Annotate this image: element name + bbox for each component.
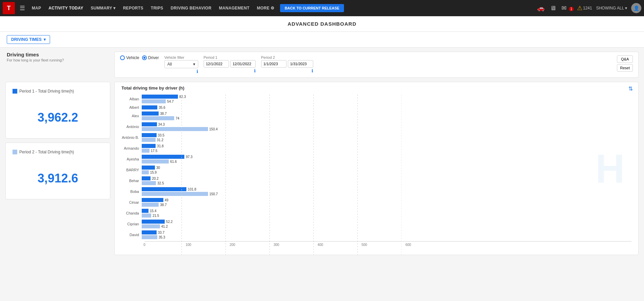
summary-arrow-icon: ▾ (113, 6, 115, 10)
nav-summary[interactable]: SUMMARY ▾ (87, 4, 119, 12)
filter-bar: DRIVING TIMES ▾ (0, 32, 644, 48)
table-row: David33.735.3 (121, 230, 631, 239)
table-row: Alban82.354.7 (121, 95, 631, 103)
period1-label: Period 1 (204, 55, 256, 59)
period2-card: Period 2 - Total Driving time(h) 3,912.6 (5, 143, 110, 199)
period1-bar (142, 122, 157, 126)
user-avatar[interactable]: 👤 (631, 3, 641, 13)
period1-end-input[interactable] (230, 60, 256, 68)
vehicle-filter-select[interactable]: All ▾ (164, 60, 198, 68)
period2-card-label: Period 2 - Total Driving time(h) (13, 150, 103, 154)
nav-activity-today[interactable]: ACTIVITY TODAY (45, 4, 87, 12)
nav-more[interactable]: MORE ⚙ (254, 4, 278, 12)
x-axis-tick: 100 (186, 243, 191, 247)
driver-name: César (121, 200, 142, 204)
driver-name: Armando (121, 146, 142, 150)
driver-name: Ciprian (121, 222, 142, 226)
mail-icon-btn[interactable]: ✉ 1 (559, 3, 576, 13)
x-axis-tick: 200 (230, 243, 235, 247)
period2-start-input[interactable] (261, 60, 286, 68)
period2-bar (142, 214, 151, 218)
period1-bar (142, 209, 148, 213)
period2-end-input[interactable] (288, 60, 313, 68)
radio-vehicle[interactable]: Vehicle (120, 55, 139, 60)
driver-name: David (121, 233, 142, 237)
period2-bar (142, 235, 157, 239)
alert-btn[interactable]: ⚠ 1241 (577, 4, 592, 12)
nav-trips[interactable]: TRIPS (147, 4, 167, 12)
period2-label: Period 2 (261, 55, 313, 59)
table-row: Chanda15.421.5 (121, 209, 631, 218)
x-axis-tick: 600 (406, 243, 411, 247)
driving-times-dropdown[interactable]: DRIVING TIMES ▾ (7, 35, 50, 44)
app-logo[interactable]: T (3, 2, 15, 14)
x-axis-tick: 300 (274, 243, 279, 247)
period2-bar (142, 138, 156, 142)
monitor-icon-btn[interactable]: 🖥 (548, 3, 558, 13)
chart-settings-icon[interactable]: ⇅ (628, 85, 633, 92)
period1-bar (142, 198, 163, 202)
radio-vehicle-circle (120, 55, 125, 60)
period1-group: Period 1 ℹ (204, 55, 256, 73)
radio-driver[interactable]: Driver (142, 55, 159, 60)
table-row: Albert35.6 (121, 105, 631, 109)
table-row: BARRY3015.9 (121, 166, 631, 174)
nav-map[interactable]: MAP (28, 4, 45, 12)
period1-bar (142, 220, 165, 224)
period2-bar (142, 159, 169, 164)
period2-bar (142, 99, 166, 103)
period2-bar (142, 170, 149, 174)
table-row: César4938.7 (121, 198, 631, 207)
qa-button[interactable]: Q&A (617, 55, 633, 63)
driver-name: Behar (121, 179, 142, 183)
period1-start-input[interactable] (204, 60, 229, 68)
alert-icon: ⚠ (577, 4, 582, 12)
period2-bar (142, 149, 150, 153)
showing-dropdown[interactable]: SHOWING ALL ▾ (593, 4, 630, 12)
driver-name: Chanda (121, 211, 142, 215)
reset-button[interactable]: Reset (617, 64, 633, 72)
bars-container: Alban82.354.7Albert35.6Alex38.774António… (121, 95, 631, 239)
period1-card-label: Period 1 - Total Driving time(h) (13, 89, 103, 94)
section-subtitle: For how long is your fleet running? (7, 58, 110, 62)
x-axis: 0100200300400500600 (144, 241, 631, 248)
radio-group-vehicle-driver: Vehicle Driver (120, 55, 159, 60)
table-row: Alex38.774 (121, 111, 631, 120)
driver-name: Boba (121, 190, 142, 194)
driver-name: BARRY (121, 168, 142, 172)
vehicle-filter-group: Vehicle filter All ▾ ℹ (164, 55, 198, 74)
x-axis-tick: 500 (362, 243, 367, 247)
x-axis-tick: 400 (318, 243, 323, 247)
period1-bar (142, 105, 157, 109)
period1-card: Period 1 - Total Driving time(h) 3,962.2 (5, 82, 110, 139)
period1-bar (142, 166, 155, 170)
driver-name: Alban (121, 97, 142, 101)
hamburger-menu[interactable]: ☰ (17, 3, 28, 13)
nav-management[interactable]: MANAGEMENT (215, 4, 253, 12)
vehicle-filter-label: Vehicle filter (164, 55, 198, 59)
chevron-down-icon: ▾ (44, 37, 46, 42)
period1-bar (142, 176, 151, 180)
period1-bar (142, 144, 156, 148)
driver-name: Albert (121, 105, 142, 109)
driver-name: Alex (121, 114, 142, 118)
table-row: Ayesha97.361.6 (121, 155, 631, 164)
nav-reports[interactable]: REPORTS (120, 4, 147, 12)
period1-info-icon[interactable]: ℹ (254, 68, 256, 73)
driver-name: António B. (121, 135, 142, 140)
table-row: Behar20.232.5 (121, 176, 631, 185)
nav-driving-behavior[interactable]: DRIVING BEHAVIOR (167, 4, 215, 12)
alert-count: 1241 (583, 6, 592, 10)
period2-info-icon[interactable]: ℹ (312, 68, 313, 73)
back-to-current-release-button[interactable]: BACK TO CURRENT RELEASE (280, 4, 344, 12)
right-chart-panel: Total driving time by driver (h) ⇅ H Alb… (114, 82, 639, 255)
driver-name: António (121, 125, 142, 129)
period2-value: 3,912.6 (13, 165, 103, 192)
vehicle-icon-btn[interactable]: 🚗 (535, 3, 547, 13)
period2-bar (142, 181, 156, 185)
period2-color-swatch (13, 150, 17, 154)
radio-driver-circle (142, 55, 147, 60)
vehicle-filter-info-icon[interactable]: ℹ (197, 69, 198, 74)
top-navigation: T ☰ MAP ACTIVITY TODAY SUMMARY ▾ REPORTS… (0, 0, 644, 16)
period1-bar (142, 111, 159, 116)
